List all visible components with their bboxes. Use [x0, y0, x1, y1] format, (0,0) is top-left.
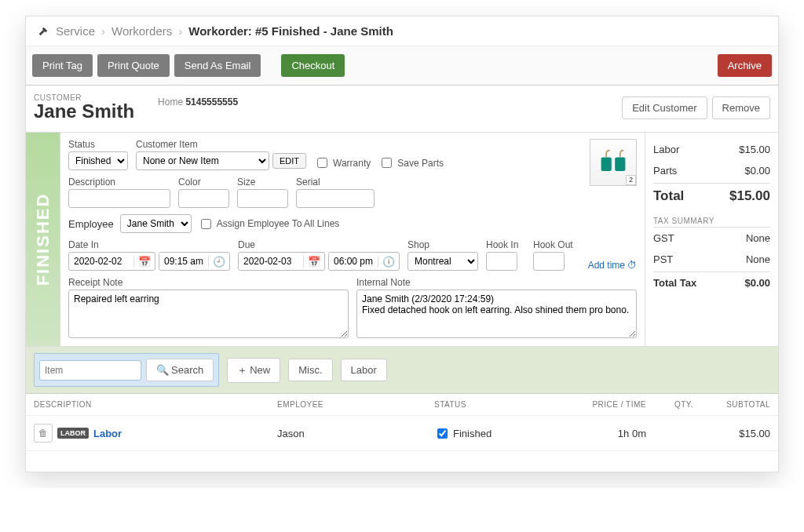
pst-label: PST: [653, 253, 673, 265]
total-tax-label: Total Tax: [653, 277, 696, 289]
due-time-input[interactable]: 🕕: [328, 252, 400, 271]
breadcrumb-workorders[interactable]: Workorders: [111, 24, 172, 38]
customer-item-label: Customer Item: [136, 139, 306, 150]
delete-line-button[interactable]: 🗑: [34, 424, 53, 443]
item-photo-thumbnail[interactable]: [590, 139, 637, 186]
breadcrumb: Service › Workorders › Workorder: #5 Fin…: [26, 16, 778, 46]
size-input[interactable]: [237, 189, 288, 208]
labor-label: Labor: [653, 144, 679, 155]
misc-button[interactable]: Misc.: [288, 359, 332, 381]
add-time-link[interactable]: Add time⏱: [585, 260, 637, 271]
hook-in-label: Hook In: [486, 239, 525, 250]
calendar-icon: 📅: [133, 256, 155, 268]
hook-out-input[interactable]: [533, 252, 565, 271]
time-in-input[interactable]: 🕘: [159, 252, 230, 271]
status-band: FINISHED: [26, 133, 60, 346]
line-subtotal: $15.00: [693, 428, 770, 439]
size-label: Size: [237, 177, 288, 188]
labor-button[interactable]: Labor: [341, 359, 387, 381]
labor-amount: $15.00: [739, 144, 770, 155]
description-label: Description: [68, 177, 170, 188]
clock-icon: ⏱: [627, 260, 637, 271]
line-items-header: DESCRIPTION EMPLOYEE STATUS PRICE / TIME…: [26, 394, 778, 416]
totals-panel: Labor$15.00 Parts$0.00 Total$15.00 TAX S…: [645, 133, 778, 346]
customer-bar: CUSTOMER Jane Smith Home 5145555555 Edit…: [26, 86, 778, 133]
line-price: 1h 0m: [560, 428, 646, 439]
workorder-form: Status Finished Customer Item None or Ne…: [60, 133, 645, 346]
status-select[interactable]: Finished: [68, 151, 128, 170]
employee-select[interactable]: Jane Smith: [120, 214, 192, 233]
customer-item-select[interactable]: None or New Item: [136, 151, 269, 170]
line-status-text: Finished: [453, 428, 492, 439]
breadcrumb-current: Workorder: #5 Finished - Jane Smith: [188, 24, 393, 38]
customer-name: Jane Smith: [34, 100, 134, 122]
labor-tag: LABOR: [57, 428, 89, 439]
search-button[interactable]: 🔍Search: [146, 359, 214, 381]
print-quote-button[interactable]: Print Quote: [97, 54, 170, 77]
item-search-input[interactable]: [39, 360, 141, 381]
send-email-button[interactable]: Send As Email: [174, 54, 261, 77]
parts-label: Parts: [653, 165, 677, 177]
remove-customer-button[interactable]: Remove: [712, 97, 770, 119]
total-amount: $15.00: [729, 188, 770, 204]
svg-rect-1: [615, 157, 625, 171]
phone-number: 5145555555: [185, 97, 238, 107]
internal-note-label: Internal Note: [356, 277, 637, 288]
shop-label: Shop: [407, 239, 478, 250]
pst-amount: None: [746, 253, 770, 265]
new-button[interactable]: ＋New: [227, 358, 280, 383]
description-input[interactable]: [68, 189, 170, 208]
edit-customer-button[interactable]: Edit Customer: [622, 97, 707, 119]
save-parts-checkbox[interactable]: Save Parts: [378, 155, 444, 170]
total-label: Total: [653, 188, 684, 204]
employee-label: Employee: [68, 218, 114, 230]
archive-button[interactable]: Archive: [718, 54, 772, 77]
chevron-right-icon: ›: [178, 24, 182, 38]
clock-icon: 🕕: [378, 256, 399, 268]
serial-input[interactable]: [296, 189, 375, 208]
plus-icon: ＋: [237, 363, 247, 377]
color-label: Color: [178, 177, 229, 188]
calendar-icon: 📅: [303, 256, 324, 268]
checkout-button[interactable]: Checkout: [281, 54, 345, 77]
internal-note-textarea[interactable]: Jane Smith (2/3/2020 17:24:59) Fixed det…: [356, 290, 637, 338]
color-input[interactable]: [178, 189, 229, 208]
tax-summary-label: TAX SUMMARY: [653, 209, 770, 225]
total-tax-amount: $0.00: [744, 277, 770, 289]
toolbar: Print Tag Print Quote Send As Email Chec…: [26, 46, 778, 86]
trash-icon: 🗑: [38, 428, 48, 439]
line-item-row: 🗑 LABOR Labor Jason Finished 1h 0m $15.0…: [26, 416, 778, 451]
line-description-link[interactable]: Labor: [93, 428, 122, 439]
print-tag-button[interactable]: Print Tag: [32, 54, 93, 77]
line-item-toolbar: 🔍Search ＋New Misc. Labor: [26, 347, 778, 394]
gst-label: GST: [653, 232, 674, 244]
edit-item-button[interactable]: EDIT: [272, 153, 306, 169]
shop-select[interactable]: Montreal: [407, 252, 478, 271]
receipt-note-textarea[interactable]: Repaired left earring: [68, 290, 349, 338]
parts-amount: $0.00: [744, 165, 770, 177]
date-in-label: Date In: [68, 239, 230, 250]
date-in-input[interactable]: 📅: [68, 252, 155, 271]
due-date-input[interactable]: 📅: [238, 252, 325, 271]
svg-rect-0: [601, 157, 612, 171]
line-employee: Jason: [277, 428, 434, 439]
receipt-note-label: Receipt Note: [68, 277, 349, 288]
line-status-checkbox[interactable]: [437, 428, 448, 439]
breadcrumb-service[interactable]: Service: [56, 24, 95, 38]
assign-all-lines-checkbox[interactable]: Assign Employee To All Lines: [198, 217, 340, 231]
serial-label: Serial: [296, 177, 375, 188]
search-icon: 🔍: [156, 364, 169, 376]
hammer-icon: [37, 25, 49, 38]
gst-amount: None: [746, 232, 770, 244]
hook-out-label: Hook Out: [533, 239, 577, 250]
hook-in-input[interactable]: [486, 252, 517, 271]
phone-label: Home: [158, 97, 183, 107]
warranty-checkbox[interactable]: Warranty: [314, 155, 371, 170]
clock-icon: 🕘: [208, 256, 229, 268]
chevron-right-icon: ›: [101, 24, 105, 38]
due-label: Due: [238, 239, 400, 250]
status-label: Status: [68, 139, 128, 150]
